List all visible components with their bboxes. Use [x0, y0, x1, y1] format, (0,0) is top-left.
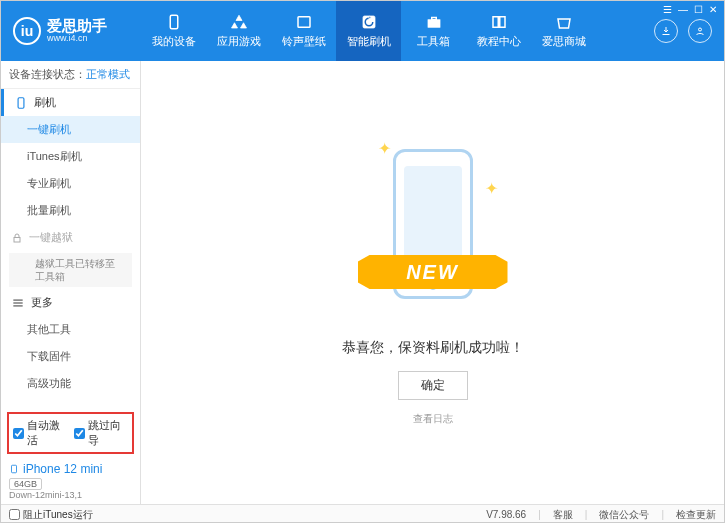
apps-icon	[230, 13, 248, 31]
nav-label: 工具箱	[417, 34, 450, 49]
sidebar-item-other[interactable]: 其他工具	[1, 316, 140, 343]
phone-icon	[14, 96, 28, 110]
refresh-icon	[360, 13, 378, 31]
sparkle-icon: ✦	[378, 139, 391, 158]
svg-rect-0	[170, 15, 178, 29]
view-log-link[interactable]: 查看日志	[413, 412, 453, 426]
app-title: 爱思助手	[47, 18, 107, 35]
svg-point-5	[699, 28, 702, 31]
checkbox-block-itunes[interactable]: 阻止iTunes运行	[9, 508, 93, 522]
ok-button[interactable]: 确定	[398, 371, 468, 400]
nav-label: 教程中心	[477, 34, 521, 49]
new-ribbon: NEW	[358, 255, 508, 289]
success-message: 恭喜您，保资料刷机成功啦！	[342, 339, 524, 357]
phone-icon	[165, 13, 183, 31]
section-jailbreak: 一键越狱	[1, 224, 140, 251]
close-icon[interactable]: ✕	[709, 4, 717, 15]
header-right	[654, 19, 712, 43]
version-label: V7.98.66	[486, 509, 526, 520]
svg-rect-11	[12, 465, 17, 473]
connection-status: 设备连接状态：正常模式	[1, 61, 140, 89]
nav-ringtones[interactable]: 铃声壁纸	[271, 1, 336, 61]
device-info[interactable]: iPhone 12 mini 64GB Down-12mini-13,1	[1, 458, 140, 504]
sidebar-item-batch[interactable]: 批量刷机	[1, 197, 140, 224]
options-highlight: 自动激活 跳过向导	[7, 412, 134, 454]
main-content: ✦ ✦ ✦ NEW 恭喜您，保资料刷机成功啦！ 确定 查看日志	[141, 61, 724, 504]
jailbreak-note: 越狱工具已转移至工具箱	[9, 253, 132, 287]
nav-label: 爱思商城	[542, 34, 586, 49]
toolbox-icon	[425, 13, 443, 31]
device-model: Down-12mini-13,1	[9, 490, 132, 500]
sidebar-item-firmware[interactable]: 下载固件	[1, 343, 140, 370]
nav-toolbox[interactable]: 工具箱	[401, 1, 466, 61]
nav-apps[interactable]: 应用游戏	[206, 1, 271, 61]
nav-label: 智能刷机	[347, 34, 391, 49]
section-more[interactable]: 更多	[1, 289, 140, 316]
sidebar-item-pro[interactable]: 专业刷机	[1, 170, 140, 197]
sidebar-item-advanced[interactable]: 高级功能	[1, 370, 140, 397]
svg-rect-7	[14, 237, 20, 242]
svg-rect-6	[18, 97, 24, 108]
nav-label: 应用游戏	[217, 34, 261, 49]
user-button[interactable]	[688, 19, 712, 43]
download-button[interactable]	[654, 19, 678, 43]
app-url: www.i4.cn	[47, 34, 107, 44]
top-nav: 我的设备 应用游戏 铃声壁纸 智能刷机 工具箱 教程中心 爱思商城	[141, 1, 654, 61]
nav-label: 我的设备	[152, 34, 196, 49]
menu-icon[interactable]: ☰	[663, 4, 672, 15]
section-flash[interactable]: 刷机	[1, 89, 140, 116]
window-controls: ☰ — ☐ ✕	[663, 4, 717, 15]
nav-flash[interactable]: 智能刷机	[336, 1, 401, 61]
logo: iu 爱思助手 www.i4.cn	[13, 17, 141, 45]
connection-mode: 正常模式	[86, 68, 130, 80]
svg-rect-3	[428, 20, 440, 28]
logo-icon: iu	[13, 17, 41, 45]
lock-icon	[11, 232, 23, 244]
book-icon	[490, 13, 508, 31]
footer: 阻止iTunes运行 V7.98.66 | 客服 | 微信公众号 | 检查更新	[1, 504, 724, 523]
sparkle-icon: ✦	[485, 179, 498, 198]
success-illustration: ✦ ✦ ✦ NEW	[368, 139, 498, 319]
minimize-icon[interactable]: —	[678, 4, 688, 15]
sidebar-item-itunes[interactable]: iTunes刷机	[1, 143, 140, 170]
sidebar: 设备连接状态：正常模式 刷机 一键刷机 iTunes刷机 专业刷机 批量刷机 一…	[1, 61, 141, 504]
more-icon	[11, 296, 25, 310]
support-link[interactable]: 客服	[553, 508, 573, 522]
nav-store[interactable]: 爱思商城	[531, 1, 596, 61]
checkbox-skip-guide[interactable]: 跳过向导	[74, 418, 129, 448]
checkbox-auto-activate[interactable]: 自动激活	[13, 418, 68, 448]
store-icon	[555, 13, 573, 31]
device-name: iPhone 12 mini	[9, 462, 132, 476]
header: iu 爱思助手 www.i4.cn 我的设备 应用游戏 铃声壁纸 智能刷机 工具…	[1, 1, 724, 61]
wallpaper-icon	[295, 13, 313, 31]
sidebar-item-oneclick[interactable]: 一键刷机	[1, 116, 140, 143]
storage-badge: 64GB	[9, 478, 42, 490]
phone-icon	[9, 462, 19, 476]
svg-rect-1	[298, 17, 310, 28]
wechat-link[interactable]: 微信公众号	[599, 508, 649, 522]
nav-my-device[interactable]: 我的设备	[141, 1, 206, 61]
nav-tutorials[interactable]: 教程中心	[466, 1, 531, 61]
update-link[interactable]: 检查更新	[676, 508, 716, 522]
maximize-icon[interactable]: ☐	[694, 4, 703, 15]
svg-rect-4	[431, 18, 436, 20]
nav-label: 铃声壁纸	[282, 34, 326, 49]
